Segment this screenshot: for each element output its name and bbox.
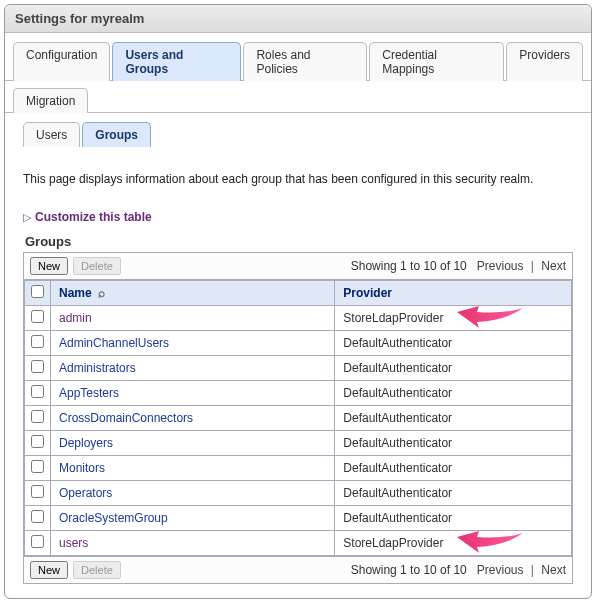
table-row: MonitorsDefaultAuthenticator	[25, 456, 572, 481]
table-row: OperatorsDefaultAuthenticator	[25, 481, 572, 506]
group-link[interactable]: Monitors	[59, 461, 105, 475]
table-row: OracleSystemGroupDefaultAuthenticator	[25, 506, 572, 531]
table-row: CrossDomainConnectorsDefaultAuthenticato…	[25, 406, 572, 431]
cell-provider: DefaultAuthenticator	[335, 506, 572, 531]
row-checkbox[interactable]	[31, 360, 44, 373]
page-description: This page displays information about eac…	[23, 172, 573, 186]
tabs-tertiary: UsersGroups	[5, 113, 591, 146]
cell-provider: DefaultAuthenticator	[335, 481, 572, 506]
expand-icon: ▷	[23, 211, 31, 224]
table-row: usersStoreLdapProvider	[25, 531, 572, 556]
cell-name: Monitors	[51, 456, 335, 481]
primary-tab-users-and-groups[interactable]: Users and Groups	[112, 42, 241, 81]
prev-link[interactable]: Previous	[477, 563, 524, 577]
row-checkbox[interactable]	[31, 535, 44, 548]
customize-link[interactable]: Customize this table	[35, 210, 152, 224]
row-checkbox[interactable]	[31, 460, 44, 473]
pager-bottom: Showing 1 to 10 of 10 Previous | Next	[351, 563, 566, 577]
table-row: adminStoreLdapProvider	[25, 306, 572, 331]
row-checkbox[interactable]	[31, 335, 44, 348]
cell-provider: DefaultAuthenticator	[335, 456, 572, 481]
new-button[interactable]: New	[30, 257, 68, 275]
annotation-arrow-icon	[455, 527, 527, 559]
cell-provider: DefaultAuthenticator	[335, 431, 572, 456]
select-all-header[interactable]	[25, 281, 51, 306]
group-link[interactable]: AppTesters	[59, 386, 119, 400]
cell-provider: DefaultAuthenticator	[335, 356, 572, 381]
cell-name: Deployers	[51, 431, 335, 456]
groups-table: Name ⌕ Provider adminStoreLdapProviderAd…	[24, 280, 572, 556]
primary-tab-providers[interactable]: Providers	[506, 42, 583, 81]
row-checkbox[interactable]	[31, 435, 44, 448]
primary-tab-configuration[interactable]: Configuration	[13, 42, 110, 81]
cell-provider: StoreLdapProvider	[335, 531, 572, 556]
cell-provider: StoreLdapProvider	[335, 306, 572, 331]
secondary-tab-migration[interactable]: Migration	[13, 88, 88, 113]
delete-button[interactable]: Delete	[73, 561, 121, 579]
group-link[interactable]: AdminChannelUsers	[59, 336, 169, 350]
row-checkbox[interactable]	[31, 510, 44, 523]
row-checkbox[interactable]	[31, 410, 44, 423]
group-link[interactable]: Deployers	[59, 436, 113, 450]
column-provider[interactable]: Provider	[335, 281, 572, 306]
cell-name: users	[51, 531, 335, 556]
row-select-cell	[25, 406, 51, 431]
cell-name: admin	[51, 306, 335, 331]
table-row: AdminChannelUsersDefaultAuthenticator	[25, 331, 572, 356]
group-link[interactable]: admin	[59, 311, 92, 325]
prev-link[interactable]: Previous	[477, 259, 524, 273]
toolbar-top: New Delete Showing 1 to 10 of 10 Previou…	[24, 253, 572, 280]
group-link[interactable]: CrossDomainConnectors	[59, 411, 193, 425]
row-select-cell	[25, 431, 51, 456]
column-name[interactable]: Name ⌕	[51, 281, 335, 306]
row-select-cell	[25, 481, 51, 506]
delete-button[interactable]: Delete	[73, 257, 121, 275]
customize-table[interactable]: ▷ Customize this table	[23, 210, 573, 224]
table-row: AppTestersDefaultAuthenticator	[25, 381, 572, 406]
cell-name: AdminChannelUsers	[51, 331, 335, 356]
new-button[interactable]: New	[30, 561, 68, 579]
table-title: Groups	[25, 234, 573, 249]
group-link[interactable]: users	[59, 536, 88, 550]
select-all-checkbox[interactable]	[31, 285, 44, 298]
cell-name: Administrators	[51, 356, 335, 381]
cell-name: Operators	[51, 481, 335, 506]
row-select-cell	[25, 381, 51, 406]
row-select-cell	[25, 531, 51, 556]
group-link[interactable]: Administrators	[59, 361, 136, 375]
row-checkbox[interactable]	[31, 310, 44, 323]
next-link[interactable]: Next	[541, 563, 566, 577]
row-select-cell	[25, 356, 51, 381]
table-row: DeployersDefaultAuthenticator	[25, 431, 572, 456]
annotation-arrow-icon	[455, 302, 527, 334]
row-select-cell	[25, 331, 51, 356]
cell-provider: DefaultAuthenticator	[335, 331, 572, 356]
row-checkbox[interactable]	[31, 385, 44, 398]
row-select-cell	[25, 306, 51, 331]
groups-table-container: New Delete Showing 1 to 10 of 10 Previou…	[23, 252, 573, 584]
tabs-primary: ConfigurationUsers and GroupsRoles and P…	[5, 33, 591, 81]
cell-name: OracleSystemGroup	[51, 506, 335, 531]
settings-panel: Settings for myrealm ConfigurationUsers …	[4, 4, 592, 599]
tertiary-tab-groups[interactable]: Groups	[82, 122, 151, 147]
row-select-cell	[25, 456, 51, 481]
body-area: This page displays information about eac…	[5, 146, 591, 598]
showing-text: Showing 1 to 10 of 10	[351, 259, 467, 273]
toolbar-bottom: New Delete Showing 1 to 10 of 10 Previou…	[24, 556, 572, 583]
primary-tab-roles-and-policies[interactable]: Roles and Policies	[243, 42, 367, 81]
tertiary-tab-users[interactable]: Users	[23, 122, 80, 147]
cell-provider: DefaultAuthenticator	[335, 381, 572, 406]
group-link[interactable]: OracleSystemGroup	[59, 511, 168, 525]
sort-asc-icon: ⌕	[98, 286, 105, 300]
next-link[interactable]: Next	[541, 259, 566, 273]
row-select-cell	[25, 506, 51, 531]
showing-text: Showing 1 to 10 of 10	[351, 563, 467, 577]
cell-name: AppTesters	[51, 381, 335, 406]
group-link[interactable]: Operators	[59, 486, 112, 500]
primary-tab-credential-mappings[interactable]: Credential Mappings	[369, 42, 504, 81]
pager-top: Showing 1 to 10 of 10 Previous | Next	[351, 259, 566, 273]
row-checkbox[interactable]	[31, 485, 44, 498]
tabs-secondary: Migration	[5, 81, 591, 113]
table-row: AdministratorsDefaultAuthenticator	[25, 356, 572, 381]
cell-provider: DefaultAuthenticator	[335, 406, 572, 431]
